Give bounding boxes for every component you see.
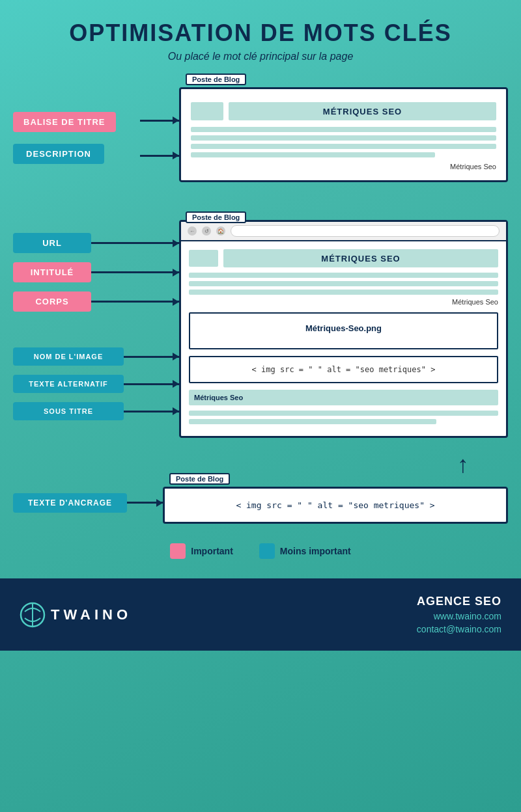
section1-labels: BALISE DE TITRE DESCRIPTION <box>13 100 140 164</box>
section2-left: URL INTITULÉ CORPS NOM DE L'IMAGE <box>13 215 179 420</box>
footer-website: www.twaino.com <box>417 611 501 621</box>
sous-titre-row: SOUS TITRE <box>13 402 179 420</box>
mock-title-block-2: MÉTRIQUES SEO <box>223 249 498 267</box>
mock-image-filename: Métriques-Seo.png <box>200 323 487 333</box>
mock-lines-3 <box>189 411 498 424</box>
legend-label-important: Important <box>191 546 233 556</box>
footer-logo-text: TWAINO <box>51 606 132 623</box>
section1: BALISE DE TITRE DESCRIPTION Poste de Blo… <box>13 82 508 182</box>
legend-color-teal <box>259 543 275 559</box>
mock-icon-block2 <box>189 250 218 267</box>
back-btn: ← <box>188 226 197 236</box>
texte-alt-row: TEXTE ALTERNATIF <box>13 375 179 393</box>
label-nom-image: NOM DE L'IMAGE <box>13 347 124 366</box>
section2: URL INTITULÉ CORPS NOM DE L'IMAGE <box>13 215 508 438</box>
section1-arrows <box>140 97 179 167</box>
mock-line <box>191 135 496 141</box>
mock-url-1: Métriques Seo <box>191 163 496 170</box>
label-balise-titre: BALISE DE TITRE <box>13 112 116 132</box>
url-row: URL <box>13 233 179 253</box>
arrow-description <box>140 155 179 157</box>
legend: Important Moins important <box>13 543 508 559</box>
mock-subtitle-text: Métriques Seo <box>194 394 243 401</box>
mock-lines-1 <box>191 127 496 157</box>
mock-line <box>189 281 498 286</box>
footer: TWAINO AGENCE SEO www.twaino.com contact… <box>0 578 521 651</box>
footer-agency: AGENCE SEO <box>417 595 501 608</box>
header: OPTIMISATION DE MOTS CLÉS Ou placé le mo… <box>13 20 508 62</box>
label-texte-alt: TEXTE ALTERNATIF <box>13 375 124 393</box>
mock-image-box: Métriques-Seo.png <box>189 312 498 349</box>
section3-mockup: Poste de Blog < img src = " " alt = "seo… <box>163 481 508 524</box>
legend-color-pink <box>170 543 186 559</box>
mock-title-text-2: MÉTRIQUES SEO <box>321 254 400 264</box>
section1-poste-label: Poste de Blog <box>186 74 246 85</box>
mock-line <box>191 144 496 149</box>
label-balise-row: BALISE DE TITRE <box>13 112 140 132</box>
up-arrow-container: ↑ <box>13 451 469 478</box>
section3: TEXTE D'ANCRAGE Poste de Blog < img src … <box>13 481 508 524</box>
mock-line <box>189 419 436 424</box>
section3-link-text: < img src = " " alt = "seo metriques" > <box>175 500 496 510</box>
section1-frame: MÉTRIQUES SEO Métriques Seo <box>179 87 508 182</box>
twaino-logo-icon <box>20 602 46 628</box>
section3-labels: TEXTE D'ANCRAGE <box>13 493 163 513</box>
mock-line <box>191 127 496 132</box>
section2-top-labels: URL INTITULÉ CORPS <box>13 215 179 312</box>
label-description: DESCRIPTION <box>13 144 104 164</box>
arrow-intitule <box>91 271 179 273</box>
footer-logo: TWAINO <box>20 602 132 628</box>
label-texte-ancrage: TEXTE D'ANCRAGE <box>13 493 127 513</box>
corps-row: CORPS <box>13 291 179 312</box>
main-container: OPTIMISATION DE MOTS CLÉS Ou placé le mo… <box>0 0 521 812</box>
arrow-texte-alt <box>124 383 179 385</box>
legend-item-important: Important <box>170 543 233 559</box>
alt-text-box: < img src = " " alt = "seo metriques" > <box>189 356 498 383</box>
mock-title-bar-2: MÉTRIQUES SEO <box>189 249 498 267</box>
section2-mockup: Poste de Blog ← ↺ 🏠 MÉTRIQUES SEO <box>179 220 508 438</box>
legend-label-moins: Moins important <box>280 546 351 556</box>
label-description-row: DESCRIPTION <box>13 144 140 164</box>
url-bar <box>231 225 500 237</box>
mock-url-2: Métriques Seo <box>189 298 498 306</box>
browser-content: MÉTRIQUES SEO Métriques Seo Métriques-Se… <box>181 241 506 436</box>
mock-title-text-1: MÉTRIQUES SEO <box>323 107 402 116</box>
section2-bottom-labels: NOM DE L'IMAGE TEXTE ALTERNATIF SOUS TIT… <box>13 347 179 420</box>
footer-email: contact@twaino.com <box>417 624 501 634</box>
label-sous-titre: SOUS TITRE <box>13 402 124 420</box>
section2-frame: ← ↺ 🏠 MÉTRIQUES SEO <box>179 220 508 438</box>
mock-line <box>191 152 435 157</box>
arrow-texte-ancrage <box>127 502 163 504</box>
main-title: OPTIMISATION DE MOTS CLÉS <box>13 20 508 47</box>
mock-line <box>189 411 498 416</box>
section1-mockup: Poste de Blog MÉTRIQUES SEO Métriques Se… <box>179 82 508 182</box>
browser-bar: ← ↺ 🏠 <box>181 222 506 241</box>
mock-alt-text: < img src = " " alt = "seo metriques" > <box>198 365 489 374</box>
arrow-balise <box>140 120 179 122</box>
legend-item-moins: Moins important <box>259 543 351 559</box>
label-intitule: INTITULÉ <box>13 262 91 282</box>
subtitle: Ou placé le mot clé principal sur la pag… <box>13 51 508 62</box>
mock-title-block-1: MÉTRIQUES SEO <box>229 102 496 120</box>
mock-line <box>189 290 498 295</box>
label-corps: CORPS <box>13 291 91 312</box>
arrow-sous-titre <box>124 411 179 413</box>
refresh-btn: ↺ <box>202 226 211 236</box>
mock-line <box>189 273 498 278</box>
label-url: URL <box>13 233 91 253</box>
section2-poste-label: Poste de Blog <box>186 211 246 223</box>
texte-ancrage-row: TEXTE D'ANCRAGE <box>13 493 163 513</box>
section3-frame: < img src = " " alt = "seo metriques" > <box>163 487 508 524</box>
mock-subtitle-bar: Métriques Seo <box>189 390 498 405</box>
footer-right: AGENCE SEO www.twaino.com contact@twaino… <box>417 595 501 634</box>
mock-title-bar-1: MÉTRIQUES SEO <box>191 102 496 120</box>
home-btn: 🏠 <box>216 226 225 236</box>
arrow-url <box>91 242 179 244</box>
mock-lines-2 <box>189 273 498 295</box>
arrow-nom-image <box>124 356 179 358</box>
intitule-row: INTITULÉ <box>13 262 179 282</box>
mock-title-icon-block <box>191 102 223 120</box>
section3-poste-label: Poste de Blog <box>169 473 230 485</box>
arrow-corps <box>91 301 179 303</box>
nom-image-row: NOM DE L'IMAGE <box>13 347 179 366</box>
